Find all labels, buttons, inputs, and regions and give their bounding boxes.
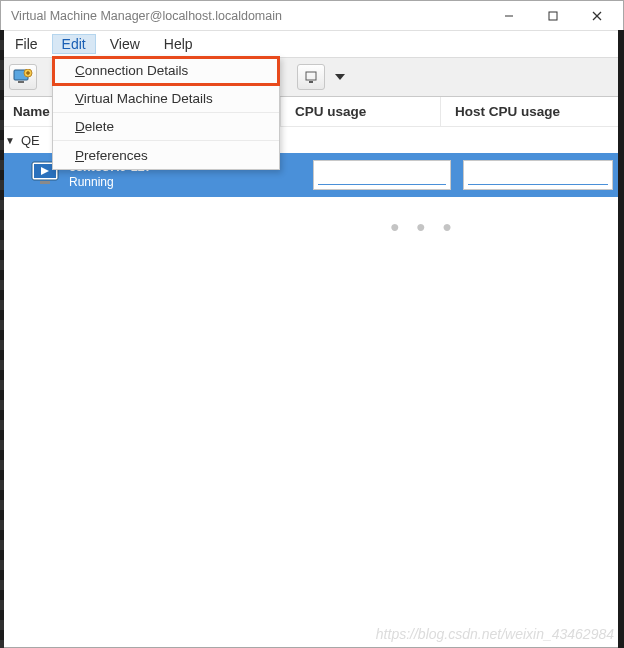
- dropdown-caret-icon: [335, 74, 345, 80]
- window-controls: [487, 2, 619, 30]
- edit-menu-dropdown: Connection Details Virtual Machine Detai…: [52, 56, 280, 170]
- titlebar: Virtual Machine Manager@localhost.locald…: [1, 1, 623, 31]
- close-button[interactable]: [575, 2, 619, 30]
- menu-file[interactable]: File: [5, 34, 48, 54]
- connection-group-label: QE: [21, 133, 40, 148]
- svg-rect-9: [306, 72, 316, 80]
- menu-edit[interactable]: Edit: [52, 34, 96, 54]
- left-desktop-edge: [0, 30, 4, 648]
- menu-connection-details[interactable]: Connection Details: [53, 57, 279, 85]
- column-header-cpu-label: CPU usage: [295, 104, 366, 119]
- menu-item-label: Delete: [75, 119, 114, 134]
- menu-delete[interactable]: Delete: [53, 113, 279, 141]
- expand-triangle-icon[interactable]: ▼: [5, 135, 15, 146]
- minimize-icon: [504, 11, 514, 21]
- svg-rect-1: [549, 12, 557, 20]
- menu-item-label: Preferences: [75, 148, 148, 163]
- menubar: File Edit View Help: [1, 31, 623, 57]
- new-vm-button[interactable]: [9, 64, 37, 90]
- menu-view[interactable]: View: [100, 34, 150, 54]
- minimize-button[interactable]: [487, 2, 531, 30]
- svg-rect-5: [18, 81, 24, 83]
- monitor-plus-icon: [13, 69, 33, 85]
- maximize-button[interactable]: [531, 2, 575, 30]
- maximize-icon: [548, 11, 558, 21]
- menu-virtual-machine-details[interactable]: Virtual Machine Details: [53, 85, 279, 113]
- cpu-usage-sparkline: [313, 160, 451, 190]
- menu-item-label: Connection Details: [75, 63, 188, 78]
- watermark: https://blog.csdn.net/weixin_43462984: [376, 626, 614, 642]
- loading-dots: ● ● ●: [390, 218, 458, 236]
- svg-marker-11: [335, 74, 345, 80]
- column-header-host-label: Host CPU usage: [455, 104, 560, 119]
- empty-area: [1, 197, 623, 647]
- run-vm-icon: [304, 70, 318, 84]
- svg-rect-10: [309, 81, 313, 83]
- column-header-cpu[interactable]: CPU usage: [281, 97, 441, 126]
- menu-help[interactable]: Help: [154, 34, 203, 54]
- toolbar-dropdown-caret[interactable]: [331, 74, 349, 80]
- run-vm-button[interactable]: [297, 64, 325, 90]
- menu-item-label: Virtual Machine Details: [75, 91, 213, 106]
- close-icon: [592, 11, 602, 21]
- column-header-name-label: Name: [13, 104, 50, 119]
- svg-rect-15: [40, 181, 50, 184]
- column-header-host[interactable]: Host CPU usage: [441, 97, 623, 126]
- right-desktop-edge: [618, 30, 624, 648]
- window-title: Virtual Machine Manager@localhost.locald…: [11, 9, 487, 23]
- host-cpu-usage-sparkline: [463, 160, 613, 190]
- menu-preferences[interactable]: Preferences: [53, 141, 279, 169]
- vm-status: Running: [69, 175, 152, 189]
